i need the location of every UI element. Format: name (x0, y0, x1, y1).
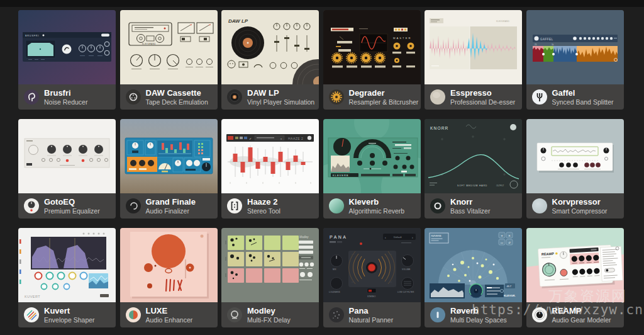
thumbnail-pana: PANA ‹ › Default MIX LOUDNESS VOLUME (323, 228, 421, 302)
plugin-title: LUXE (146, 306, 193, 316)
plugin-card-kuvert[interactable]: KUVERT Kuvert Envelope Shaper (18, 228, 116, 327)
pana-logo-text: PANA (330, 235, 348, 239)
plugin-caption: Knorr Bass Vitalizer (425, 193, 522, 219)
plugin-gallery-page: BRUSFRI Brusfri Noise Reducer (0, 0, 644, 335)
plain-beige-circle-icon (430, 89, 445, 105)
ear-icon (24, 89, 39, 105)
white-ring-icon (430, 198, 445, 213)
plugin-caption: REAMP Audio Gear Modeler (526, 302, 624, 327)
plugin-card-luxe[interactable]: LUXE Audio Enhancer (120, 228, 218, 327)
plugin-subtitle: Multi-FX Delay (247, 316, 291, 324)
speckle-circle-icon (329, 307, 344, 322)
plugin-title: GotoEQ (44, 197, 100, 207)
plugin-caption: GotoEQ Premium Equalizer (18, 193, 116, 219)
plugin-caption: Esspresso Professional De-esser (425, 84, 522, 110)
plugin-title: Pana (349, 306, 394, 316)
plugin-card-kleverb[interactable]: KLEVERB Kleverb Algorithmic Reverb (323, 119, 421, 219)
duotone-dot-icon (126, 307, 141, 322)
plugin-title: REAMP (552, 306, 611, 316)
cassette-brand-text: KLEVGRAND (142, 43, 156, 45)
plugin-caption: Modley Multi-FX Delay (221, 302, 319, 327)
thumbnail-gaffel: GAFFEL 25 1k (526, 10, 624, 84)
loop-ring-icon (227, 307, 242, 322)
plugin-card-knorr[interactable]: KNORR SOFT MEDIUM HARD OUTPUT Knorr Bass… (425, 119, 522, 219)
plugin-caption: Røverb Multi Delay Spaces (425, 302, 522, 327)
plugin-caption: Pana Natural Panner (323, 302, 421, 327)
kuvert-logo-text: KUVERT (25, 295, 40, 298)
dawlp-logo-text: DAW LP (228, 18, 248, 24)
plugin-card-grand-finale[interactable]: Grand Finale Audio Finalizer (120, 119, 218, 219)
plugin-caption: Brusfri Noise Reducer (18, 84, 116, 110)
svg-text:✕: ✕ (508, 234, 511, 237)
gear-flower-icon (329, 89, 344, 105)
plugin-title: Korvpressor (552, 197, 608, 207)
plugin-subtitle: Audio Gear Modeler (552, 316, 611, 324)
svg-text:25: 25 (535, 43, 537, 46)
plugin-subtitle: Envelope Shaper (44, 316, 95, 324)
tape-reel-icon (126, 89, 141, 105)
plugin-subtitle: Synced Band Splitter (552, 98, 614, 106)
gaffel-logo-text: GAFFEL (540, 38, 553, 41)
roverb-brand-text: KLEVGR. (504, 294, 516, 297)
roverb-logo-text: RØVERB (431, 235, 442, 237)
plugin-subtitle: Audio Finalizer (146, 207, 196, 215)
thumbnail-roverb: RØVERB +✕▭↺ 43.7 KLEVGR. (425, 228, 522, 302)
vertical-bar-icon (430, 307, 445, 322)
plugin-caption: Degrader Resampler & Bitcrusher (323, 84, 421, 110)
plugin-card-esspresso[interactable]: KLEVGRAND Esspresso Professional De-esse… (425, 10, 522, 110)
pana-volume-label: VOLUME (402, 268, 410, 271)
plugin-card-haaze2[interactable]: ✓ ▾ HAAZE 2 Haaz (221, 119, 319, 219)
plugin-subtitle: Tape Deck Emulation (146, 98, 208, 106)
plugin-caption: Grand Finale Audio Finalizer (120, 193, 218, 219)
plugin-subtitle: Multi Delay Spaces (450, 316, 507, 324)
degrader-master-label: MASTER (393, 37, 411, 40)
mint-gradient-circle-icon (329, 198, 344, 213)
plugin-title: DAW Cassette (146, 88, 208, 98)
plugin-subtitle: Audio Enhancer (146, 316, 193, 324)
plugin-card-gotoeq[interactable]: GotoEQ Premium Equalizer (18, 119, 116, 219)
thumbnail-haaze2: ✓ ▾ HAAZE 2 (221, 119, 319, 193)
plugin-card-pana[interactable]: PANA ‹ › Default MIX LOUDNESS VOLUME (323, 228, 421, 327)
plugin-card-modley[interactable]: Modley Modley Multi-FX Delay (221, 228, 319, 327)
plugin-card-gaffel[interactable]: GAFFEL 25 1k Gaffel Synced Band Splitter (526, 10, 624, 110)
thumbnail-modley: Modley (221, 228, 319, 302)
top-letterbox-strip (0, 0, 644, 7)
thumbnail-daw-lp: DAW LP (221, 10, 319, 84)
thumbnail-kleverb: KLEVERB (323, 119, 421, 193)
plugin-title: Gaffel (552, 88, 614, 98)
plugin-subtitle: Vinyl Player Simulation (247, 98, 313, 106)
plugin-subtitle: Resampler & Bitcrusher (349, 98, 415, 106)
thumbnail-luxe (120, 228, 218, 302)
plugin-card-brusfri[interactable]: BRUSFRI Brusfri Noise Reducer (18, 10, 116, 110)
thumbnail-grand-finale (120, 119, 218, 193)
plugin-title: Modley (247, 306, 291, 316)
black-knob-icon (532, 307, 547, 322)
thumbnail-reamp: REAMP (526, 228, 624, 302)
plugin-card-reamp[interactable]: REAMP (526, 228, 624, 327)
thumbnail-esspresso: KLEVGRAND (425, 10, 522, 84)
thumbnail-degrader: MASTER (323, 10, 421, 84)
thumbnail-gotoeq (18, 119, 116, 193)
plugin-card-degrader[interactable]: MASTER Degrader Resampler & Bitcrusher (323, 10, 421, 110)
plugin-card-daw-lp[interactable]: DAW LP DAW LP Vinyl Player Si (221, 10, 319, 110)
plugin-subtitle: Professional De-esser (450, 98, 515, 106)
rainbow-stripes-icon (24, 307, 39, 322)
modley-logo-text: Modley (299, 236, 309, 239)
thumbnail-korvpressor (526, 119, 624, 193)
plugin-card-roverb[interactable]: RØVERB +✕▭↺ 43.7 KLEVGR. Røverb Multi De… (425, 228, 522, 327)
pana-mix-label: MIX (333, 268, 337, 271)
plugin-card-daw-cassette[interactable]: KLEVGRAND DAW Cassette Tape Deck Emulati… (120, 10, 218, 110)
thumbnail-knorr: KNORR SOFT MEDIUM HARD OUTPUT (425, 119, 522, 193)
plugin-caption: LUXE Audio Enhancer (120, 302, 218, 327)
plugin-subtitle: Bass Vitalizer (450, 207, 490, 215)
svg-text:+: + (501, 234, 503, 237)
vinyl-record-icon (227, 89, 242, 105)
plugin-card-korvpressor[interactable]: Korvpressor Smart Compressor (526, 119, 624, 219)
pana-stereo-label: STEREO (367, 295, 376, 298)
plugin-title: DAW LP (247, 88, 313, 98)
swirl-icon (126, 198, 141, 213)
reamp-logo-text: REAMP (541, 252, 553, 256)
plugin-subtitle: Algorithmic Reverb (349, 207, 405, 215)
knorr-logo-text: KNORR (430, 126, 448, 130)
plugin-subtitle: Natural Panner (349, 316, 394, 324)
